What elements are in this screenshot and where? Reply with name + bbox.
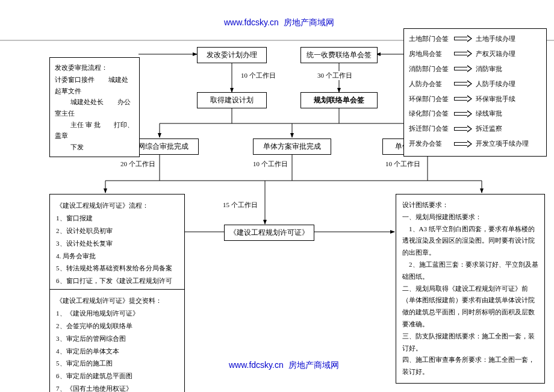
panel-permit-docs: 《建设工程规划许可证》提交资料： 1、《建设用地规划许可证》 2、会签完毕的规划… [49,289,185,392]
hollow-arrow-icon [454,141,472,147]
sign-row: 开发办会签开发立项手续办理 [409,137,541,150]
panel-fgw-flow: 发改委审批流程： 计委窗口接件 城建处起草文件 城建处处长 办公室主任 主任 审… [49,57,140,157]
hollow-arrow-icon [454,111,472,117]
hollow-arrow-icon [454,66,472,72]
panel-sign-departments: 土地部门会签土地手续办理房地局会签产权灭籍办理消防部门会签消防审批人防办会签人防… [403,28,547,157]
hollow-arrow-icon [454,96,472,102]
panel-fgw-title: 发改委审批流程： [55,61,134,74]
hollow-arrow-icon [454,36,472,42]
node-plan-sign: 规划联络单会签 [300,92,378,108]
node-get-plan: 取得建设计划 [197,92,267,108]
edge-label-10d-2: 10 个工作日 [252,160,289,169]
edge-label-20d: 20 个工作日 [119,160,157,169]
node-unified-fee: 统一收费联络单会签 [300,47,378,63]
proc-title: 《建设工程规划许可证》流程： [56,199,178,212]
edge-label-10d-1: 10 个工作日 [240,71,277,80]
sign-row: 拆迁部门会签拆迁监察 [409,122,541,135]
edge-label-30d: 30 个工作日 [316,71,353,80]
node-single-plan: 单体方案审批完成 [253,138,331,155]
docs-title: 《建设工程规划许可证》提交资料： [56,294,178,307]
sign-row: 房地局会签产权灭籍办理 [409,48,541,60]
edge-label-10d-3: 10 个工作日 [384,160,422,169]
sign-row: 土地部门会签土地手续办理 [409,33,541,45]
node-fgw-plan: 发改委计划办理 [197,47,267,63]
hollow-arrow-icon [454,81,472,87]
panel-design-req: 设计图纸要求： 一、规划局报建图纸要求： 1、A3 纸平立剖白图四套，要求有单栋… [396,194,545,384]
node-permit: 《建设工程规划许可证》 [224,225,314,241]
sign-row: 环保部门会签环保审批手续 [409,93,541,105]
edge-label-15d: 15 个工作日 [222,201,259,210]
header-url: www.fdcsky.cn 房地产商域网 [224,17,334,28]
panel-permit-process: 《建设工程规划许可证》流程： 1、窗口报建 2、设计处职员初审 3、设计处处长复… [49,194,185,293]
hollow-arrow-icon [454,126,472,132]
sign-row: 消防部门会签消防审批 [409,63,541,75]
hollow-arrow-icon [454,51,472,57]
footer-url: www.fdcsky.cn 房地产商域网 [229,360,339,371]
sign-row: 绿化部门会签绿线审批 [409,107,541,120]
sign-row: 人防办会签人防手续办理 [409,78,541,90]
